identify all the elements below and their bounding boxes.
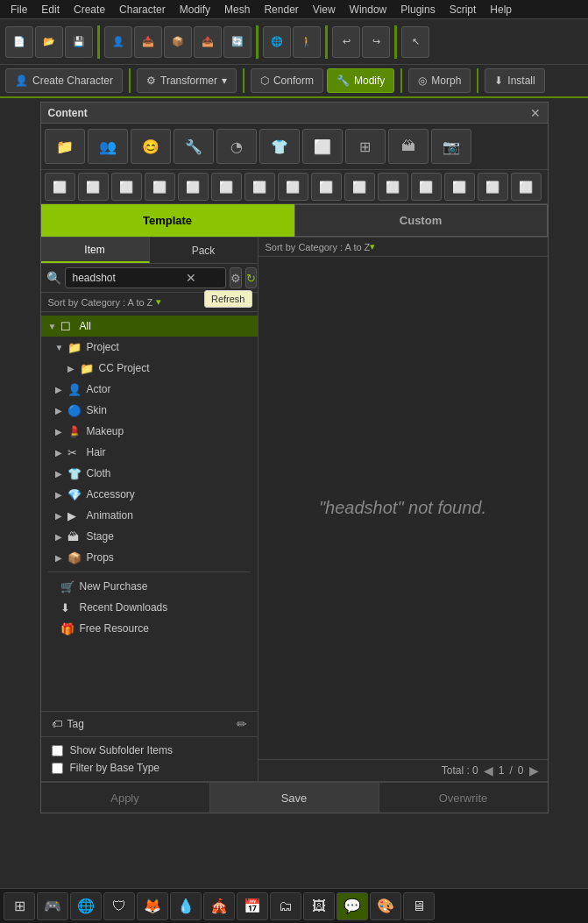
save-btn[interactable]: 💾 — [65, 26, 93, 58]
taskbar-files-btn[interactable]: 🗂 — [270, 892, 301, 920]
pack-subtab[interactable]: Pack — [150, 238, 258, 263]
menu-file[interactable]: File — [4, 4, 34, 16]
menu-window[interactable]: Window — [343, 4, 394, 16]
tree-item-props[interactable]: ▶ 📦 Props — [41, 547, 258, 568]
taskbar-browser-btn[interactable]: 🌐 — [70, 892, 102, 920]
tree-item-animation[interactable]: ▶ ▶ Animation — [41, 505, 258, 526]
tree-item-skin[interactable]: ▶ 🔵 Skin — [41, 400, 258, 421]
transformer-btn[interactable]: ⚙ Transformer ▾ — [137, 68, 237, 93]
icon-sm-6[interactable]: ⬜ — [211, 173, 242, 201]
taskbar-start-btn[interactable]: ⊞ — [4, 892, 35, 920]
modify-btn[interactable]: 🔧 Modify — [327, 68, 394, 93]
taskbar-app2-btn[interactable]: 🎨 — [370, 892, 401, 920]
menu-character[interactable]: Character — [112, 4, 173, 16]
icon-sm-3[interactable]: ⬜ — [111, 173, 142, 201]
icon-sm-14[interactable]: ⬜ — [478, 173, 508, 201]
menu-render[interactable]: Render — [257, 4, 305, 16]
menu-view[interactable]: View — [306, 4, 343, 16]
icon-landscape[interactable]: 🏔 — [388, 129, 429, 164]
taskbar-calendar-btn[interactable]: 📅 — [237, 892, 268, 920]
icon-shape[interactable]: ◔ — [216, 129, 257, 164]
icon-folder[interactable]: 📁 — [45, 129, 85, 164]
menu-mesh[interactable]: Mesh — [217, 4, 257, 16]
menu-script[interactable]: Script — [443, 4, 484, 16]
menu-modify[interactable]: Modify — [173, 4, 217, 16]
icon-sm-10[interactable]: ⬜ — [344, 173, 375, 201]
taskbar-magic-btn[interactable]: 🎪 — [203, 892, 235, 920]
export-fbx-btn[interactable]: 📤 — [194, 26, 222, 58]
save-btn-bottom[interactable]: Save — [210, 783, 379, 813]
filter-base-checkbox[interactable] — [52, 763, 63, 774]
tree-item-all[interactable]: ▼ ☐ All — [41, 316, 258, 337]
tree-item-free-resource[interactable]: 🎁 Free Resource — [41, 618, 258, 639]
redo-btn[interactable]: ↪ — [362, 26, 390, 58]
icon-sm-1[interactable]: ⬜ — [45, 173, 75, 201]
undo-btn[interactable]: ↩ — [332, 26, 360, 58]
import-obj-btn[interactable]: 📦 — [164, 26, 192, 58]
menu-help[interactable]: Help — [483, 4, 519, 16]
prev-page-btn[interactable]: ◀ — [484, 763, 493, 777]
next-page-btn[interactable]: ▶ — [529, 763, 539, 777]
icon-tools[interactable]: 🔧 — [174, 129, 214, 164]
taskbar-water-btn[interactable]: 💧 — [170, 892, 202, 920]
view-btn2[interactable]: 🚶 — [293, 26, 321, 58]
tree-item-stage[interactable]: ▶ 🏔 Stage — [41, 526, 258, 547]
import-fbx-btn[interactable]: 📥 — [134, 26, 162, 58]
taskbar-apps-btn[interactable]: 🎮 — [37, 892, 68, 920]
tree-item-actor[interactable]: ▶ 👤 Actor — [41, 379, 258, 400]
icon-frame[interactable]: ⬜ — [302, 129, 343, 164]
icon-face[interactable]: 😊 — [131, 129, 171, 164]
filter-btn[interactable]: ⚙ — [230, 267, 242, 288]
custom-tab[interactable]: Custom — [294, 204, 548, 237]
taskbar-shield-btn[interactable]: 🛡 — [103, 892, 135, 920]
tree-item-makeup[interactable]: ▶ 💄 Makeup — [41, 421, 258, 442]
taskbar-firefox-btn[interactable]: 🦊 — [137, 892, 168, 920]
refresh-btn[interactable]: ↻ — [245, 267, 257, 288]
tree-item-cloth[interactable]: ▶ 👕 Cloth — [41, 463, 258, 484]
menu-edit[interactable]: Edit — [34, 4, 67, 16]
show-subfolder-checkbox[interactable] — [52, 745, 63, 756]
icon-sm-13[interactable]: ⬜ — [444, 173, 475, 201]
menu-create[interactable]: Create — [67, 4, 112, 16]
apply-btn[interactable]: Apply — [41, 783, 210, 813]
tree-item-project[interactable]: ▼ 📁 Project — [41, 337, 258, 358]
taskbar-app1-btn[interactable]: 💬 — [337, 892, 368, 920]
search-clear-btn[interactable]: ✕ — [186, 271, 196, 285]
taskbar-photo-btn[interactable]: 🖼 — [303, 892, 335, 920]
tree-item-hair[interactable]: ▶ ✂ Hair — [41, 442, 258, 463]
create-character-btn[interactable]: 👤 Create Character — [5, 68, 123, 93]
view-btn1[interactable]: 🌐 — [263, 26, 291, 58]
icon-sm-15[interactable]: ⬜ — [511, 173, 542, 201]
icon-sm-7[interactable]: ⬜ — [244, 173, 275, 201]
icon-grid[interactable]: ⊞ — [345, 129, 386, 164]
icon-sm-12[interactable]: ⬜ — [411, 173, 442, 201]
conform-btn[interactable]: ⬡ Conform — [251, 68, 323, 93]
morph-btn[interactable]: ◎ Morph — [408, 68, 471, 93]
new-btn[interactable]: 📄 — [5, 26, 33, 58]
tree-item-recent-downloads[interactable]: ⬇ Recent Downloads — [41, 597, 258, 618]
item-subtab[interactable]: Item — [41, 238, 150, 263]
template-tab[interactable]: Template — [41, 204, 294, 237]
tree-item-cc-project[interactable]: ▶ 📁 CC Project — [41, 358, 258, 379]
icon-people[interactable]: 👥 — [88, 129, 128, 164]
search-input[interactable] — [65, 267, 226, 288]
menu-plugins[interactable]: Plugins — [393, 4, 442, 16]
content-close-btn[interactable]: ✕ — [530, 106, 541, 120]
icon-sm-5[interactable]: ⬜ — [178, 173, 209, 201]
tree-item-accessory[interactable]: ▶ 💎 Accessory — [41, 484, 258, 505]
icon-sm-11[interactable]: ⬜ — [378, 173, 408, 201]
icon-sm-4[interactable]: ⬜ — [145, 173, 175, 201]
tree-item-new-purchase[interactable]: 🛒 New Purchase — [41, 576, 258, 597]
open-btn[interactable]: 📂 — [35, 26, 63, 58]
tag-edit-icon[interactable]: ✏ — [237, 717, 247, 731]
icon-sm-9[interactable]: ⬜ — [311, 173, 342, 201]
icon-sm-2[interactable]: ⬜ — [78, 173, 109, 201]
export-btn[interactable]: 🔄 — [223, 26, 251, 58]
icon-camera[interactable]: 📷 — [431, 129, 471, 164]
select-btn[interactable]: ↖ — [401, 26, 429, 58]
install-btn[interactable]: ⬇ Install — [485, 68, 544, 93]
icon-sm-8[interactable]: ⬜ — [278, 173, 308, 201]
icon-shirt[interactable]: 👕 — [259, 129, 300, 164]
actor-btn[interactable]: 👤 — [104, 26, 132, 58]
overwrite-btn[interactable]: Overwrite — [379, 783, 548, 813]
